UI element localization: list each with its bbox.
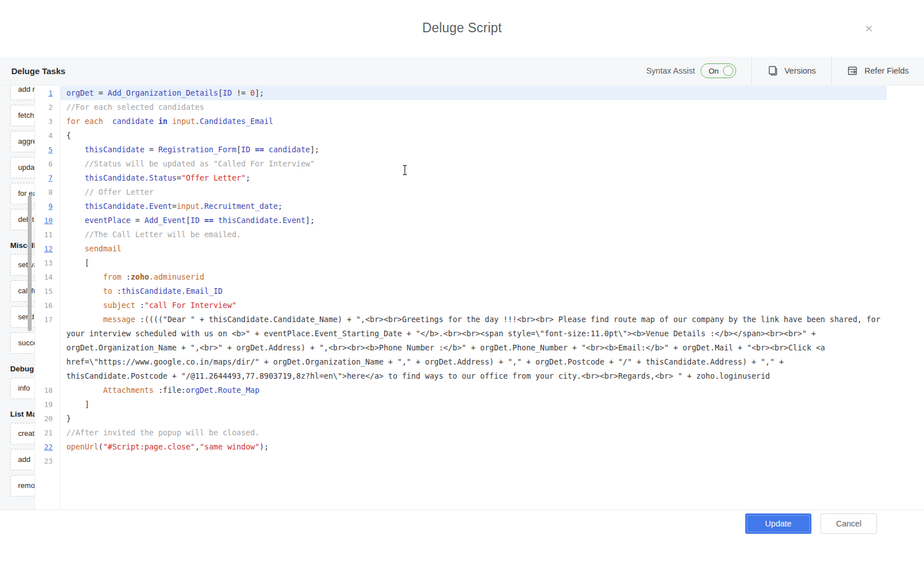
- gutter-divider: [60, 85, 61, 509]
- dialog-footer: Update Cancel: [0, 509, 924, 561]
- task-add[interactable]: add: [10, 449, 35, 470]
- close-icon[interactable]: ✕: [865, 23, 873, 35]
- toolbar-right: Syntax Assist On Versions: [631, 57, 924, 85]
- update-button[interactable]: Update: [745, 513, 811, 534]
- line-number[interactable]: 1: [35, 86, 60, 100]
- task-create-list[interactable]: create list: [10, 423, 35, 444]
- code-text[interactable]: message :(((("Dear " + thisCandidate.Can…: [60, 312, 887, 383]
- code-text[interactable]: Attachments :file:orgDet.Route_Map: [60, 383, 887, 397]
- code-line: 21//After invited the popup will be cloa…: [35, 426, 924, 440]
- code-editor[interactable]: 1orgDet = Add_Organization_Details[ID !=…: [35, 85, 924, 509]
- line-number: 3: [35, 114, 60, 129]
- code-text[interactable]: from :zoho.adminuserid: [60, 270, 887, 284]
- code-text[interactable]: thisCandidate.Status="Offer Letter";: [60, 171, 887, 185]
- refer-fields-label: Refer Fields: [865, 66, 909, 75]
- syntax-assist-state: On: [708, 67, 719, 75]
- code-text[interactable]: thisCandidate = Registration_Form[ID == …: [60, 143, 887, 157]
- toolbar: Deluge Tasks Syntax Assist On Versions: [0, 57, 924, 85]
- line-number: 19: [35, 397, 60, 412]
- code-text[interactable]: //Status will be updated as "Called For …: [60, 157, 887, 171]
- code-line: 9 thisCandidate.Event=input.Recruitment_…: [35, 199, 924, 213]
- sidebar-group-heading: List Manipulation: [10, 410, 35, 418]
- task-success-message[interactable]: success message: [10, 332, 35, 354]
- code-text[interactable]: for each candidate in input.Candidates_E…: [60, 114, 887, 129]
- line-number: 13: [35, 256, 60, 270]
- code-line: 6 //Status will be updated as "Called Fo…: [35, 157, 924, 171]
- deluge-tasks-title: Deluge Tasks: [11, 57, 66, 85]
- code-line: 4{: [35, 129, 924, 143]
- versions-button[interactable]: Versions: [751, 57, 831, 85]
- code-text[interactable]: orgDet = Add_Organization_Details[ID != …: [60, 86, 887, 100]
- code-line: 19 ]: [35, 397, 924, 412]
- deluge-tasks-sidebar: add recordfetch recordsaggregate records…: [0, 85, 35, 509]
- code-line: 20}: [35, 412, 924, 426]
- line-number: 17: [35, 312, 60, 383]
- code-line: 17 message :(((("Dear " + thisCandidate.…: [35, 312, 924, 383]
- line-number: 16: [35, 298, 60, 312]
- code-line: 3for each candidate in input.Candidates_…: [35, 114, 924, 129]
- code-text[interactable]: }: [60, 412, 887, 426]
- line-number[interactable]: 12: [35, 242, 60, 256]
- line-number: 6: [35, 157, 60, 171]
- dialog-header: Deluge Script ✕: [0, 0, 924, 57]
- task-aggregate-records[interactable]: aggregate records: [10, 131, 35, 152]
- versions-label: Versions: [784, 66, 816, 75]
- code-text[interactable]: to :thisCandidate.Email_ID: [60, 284, 887, 298]
- code-line: 16 subject :"call For Interview": [35, 298, 924, 312]
- line-number: 20: [35, 412, 60, 426]
- code-text[interactable]: openUrl("#Script:page.close","same windo…: [60, 440, 887, 454]
- code-text[interactable]: subject :"call For Interview": [60, 298, 887, 312]
- sidebar-scrollbar-thumb[interactable]: [28, 195, 32, 331]
- dialog-title: Deluge Script: [0, 20, 924, 36]
- code-text[interactable]: thisCandidate.Event=input.Recruitment_da…: [60, 199, 887, 213]
- line-number: 21: [35, 426, 60, 440]
- line-number: 8: [35, 185, 60, 199]
- code-text[interactable]: sendmail: [60, 242, 887, 256]
- line-number[interactable]: 7: [35, 171, 60, 185]
- task-add-record[interactable]: add record: [10, 85, 35, 100]
- refer-fields-icon: [847, 65, 859, 76]
- code-line: 22openUrl("#Script:page.close","same win…: [35, 440, 924, 454]
- code-text[interactable]: //The Call Letter will be emailed.: [60, 228, 887, 242]
- code-line: 2//For each selected candidates: [35, 100, 924, 114]
- code-line: 11 //The Call Letter will be emailed.: [35, 228, 924, 242]
- syntax-assist-label: Syntax Assist: [646, 66, 695, 75]
- line-number[interactable]: 22: [35, 440, 60, 454]
- line-number: 14: [35, 270, 60, 284]
- line-number: 18: [35, 383, 60, 397]
- code-line: 15 to :thisCandidate.Email_ID: [35, 284, 924, 298]
- line-number[interactable]: 10: [35, 213, 60, 228]
- code-text[interactable]: [60, 454, 887, 468]
- code-line: 18 Attachments :file:orgDet.Route_Map: [35, 383, 924, 397]
- line-number: 4: [35, 129, 60, 143]
- code-text[interactable]: //After invited the popup will be cloase…: [60, 426, 887, 440]
- code-text[interactable]: {: [60, 129, 887, 143]
- code-lines: 1orgDet = Add_Organization_Details[ID !=…: [35, 86, 924, 468]
- syntax-assist-toggle[interactable]: On: [700, 63, 736, 78]
- code-text[interactable]: ]: [60, 397, 887, 412]
- task-update-records[interactable]: update records: [10, 157, 35, 178]
- line-number[interactable]: 9: [35, 199, 60, 213]
- task-remove-index[interactable]: remove index: [10, 475, 35, 496]
- line-number: 23: [35, 454, 60, 468]
- code-text[interactable]: // Offer Letter: [60, 185, 887, 199]
- task-info[interactable]: info: [10, 378, 35, 399]
- line-number[interactable]: 5: [35, 143, 60, 157]
- text-cursor-icon: [402, 165, 408, 175]
- code-line: 5 thisCandidate = Registration_Form[ID =…: [35, 143, 924, 157]
- cancel-button[interactable]: Cancel: [820, 513, 877, 534]
- code-line: 23: [35, 454, 924, 468]
- code-text[interactable]: [: [60, 256, 887, 270]
- code-line: 14 from :zoho.adminuserid: [35, 270, 924, 284]
- task-fetch-records[interactable]: fetch records: [10, 105, 35, 126]
- toggle-knob-icon: [723, 66, 733, 76]
- code-text[interactable]: eventPlace = Add_Event[ID == thisCandida…: [60, 213, 887, 228]
- versions-icon: [767, 65, 779, 76]
- line-number: 2: [35, 100, 60, 114]
- dialog-body: add recordfetch recordsaggregate records…: [0, 85, 924, 509]
- code-line: 1orgDet = Add_Organization_Details[ID !=…: [35, 86, 924, 100]
- code-text[interactable]: //For each selected candidates: [60, 100, 887, 114]
- code-line: 8 // Offer Letter: [35, 185, 924, 199]
- code-line: 7 thisCandidate.Status="Offer Letter";: [35, 171, 924, 185]
- refer-fields-button[interactable]: Refer Fields: [831, 57, 924, 85]
